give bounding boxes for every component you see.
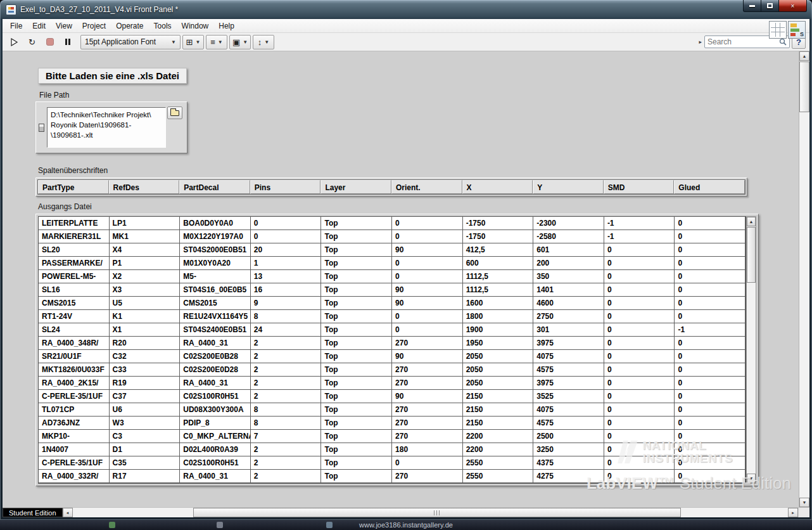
table-cell[interactable]: 2150 — [463, 403, 534, 417]
table-cell[interactable]: Top — [321, 350, 392, 363]
table-cell[interactable]: 90 — [392, 283, 463, 297]
table-cell[interactable]: RA_0400_332R/ — [39, 470, 110, 483]
table-cell[interactable]: 90 — [392, 243, 463, 257]
table-cell[interactable]: Top — [321, 323, 392, 337]
table-cell[interactable]: MKP10- — [39, 430, 110, 443]
scroll-right-button[interactable]: ▸ — [788, 508, 798, 517]
table-cell[interactable]: 4375 — [533, 456, 604, 470]
table-cell[interactable]: 4575 — [533, 363, 604, 377]
table-cell[interactable]: 270 — [392, 377, 463, 390]
table-cell[interactable]: MK1 — [110, 230, 181, 243]
title-bar[interactable]: Exel_to_DA3_27_10_2011_V4.vi Front Panel… — [0, 0, 812, 19]
table-cell[interactable]: 2 — [251, 470, 322, 483]
abort-button[interactable] — [42, 35, 58, 49]
table-cell[interactable]: 0 — [604, 390, 675, 403]
table-cell[interactable]: 270 — [392, 417, 463, 430]
menu-item-edit[interactable]: Edit — [27, 20, 51, 32]
table-cell[interactable]: RT1-24V — [39, 310, 110, 323]
table-cell[interactable]: 3525 — [533, 390, 604, 403]
table-cell[interactable]: 2550 — [463, 470, 534, 483]
table-cell[interactable]: 2050 — [463, 377, 534, 390]
table-cell[interactable]: M0X1220Y197A0 — [180, 230, 251, 243]
table-cell[interactable]: RE1U24VX1164Y5 — [180, 310, 251, 323]
table-cell[interactable]: 412,5 — [463, 243, 534, 257]
search-input[interactable] — [707, 37, 779, 46]
table-cell[interactable]: CMS2015 — [180, 297, 251, 310]
table-cell[interactable]: 0 — [675, 456, 745, 470]
table-cell[interactable]: RA_0400_31 — [180, 337, 251, 350]
table-cell[interactable]: Top — [321, 310, 392, 323]
column-header-cell[interactable]: Orient. — [391, 180, 462, 194]
table-cell[interactable]: Top — [321, 443, 392, 456]
table-cell[interactable]: 4600 — [533, 297, 604, 310]
table-cell[interactable]: 2500 — [533, 430, 604, 443]
table-cell[interactable]: 0 — [675, 390, 745, 403]
table-cell[interactable]: ST04S16_00E0B5 — [180, 283, 251, 297]
scroll-up-button[interactable]: ▲ — [799, 51, 809, 61]
maximize-button[interactable] — [761, 0, 778, 12]
table-cell[interactable]: 0 — [604, 430, 675, 443]
table-cell[interactable]: Top — [321, 430, 392, 443]
table-cell[interactable]: MKT1826/0U033F — [39, 363, 110, 377]
table-cell[interactable]: SR21/0U1F — [39, 350, 110, 363]
table-cell[interactable]: 0 — [675, 243, 745, 257]
column-header-cell[interactable]: Pins — [250, 180, 321, 194]
table-cell[interactable]: 1112,5 — [463, 283, 534, 297]
table-cell[interactable]: Top — [321, 377, 392, 390]
table-cell[interactable]: D02L400R0A39 — [180, 443, 251, 456]
horizontal-scrollbar-thumb[interactable] — [193, 508, 681, 517]
table-cell[interactable]: 2750 — [533, 310, 604, 323]
table-cell[interactable]: 0 — [675, 403, 745, 417]
search-history-arrow[interactable]: ▸ — [697, 39, 703, 45]
table-cell[interactable]: AD736JNZ — [39, 417, 110, 430]
vi-icon[interactable]: S — [788, 21, 806, 39]
table-cell[interactable]: C0_MKP_ALTERNA — [180, 430, 251, 443]
table-cell[interactable]: 0 — [392, 270, 463, 283]
table-cell[interactable]: 0 — [604, 470, 675, 483]
table-cell[interactable]: M01X0Y0A20 — [180, 257, 251, 270]
table-cell[interactable]: PASSERMARKE/ — [39, 257, 110, 270]
table-cell[interactable]: Top — [321, 217, 392, 230]
table-cell[interactable]: ST04S2400E0B51 — [180, 323, 251, 337]
table-cell[interactable]: 2550 — [463, 456, 534, 470]
table-cell[interactable]: C-PERLE-35/1UF — [39, 390, 110, 403]
table-cell[interactable]: K1 — [110, 310, 181, 323]
table-cell[interactable]: 2200 — [463, 443, 534, 456]
table-cell[interactable]: 4575 — [533, 417, 604, 430]
table-cell[interactable]: D1 — [110, 443, 181, 456]
table-cell[interactable]: 1112,5 — [463, 270, 534, 283]
scrollbar-track[interactable] — [747, 226, 756, 474]
table-cell[interactable]: 1401 — [533, 283, 604, 297]
table-cell[interactable]: 0 — [675, 270, 745, 283]
table-cell[interactable]: X2 — [110, 270, 181, 283]
table-cell[interactable]: 0 — [604, 377, 675, 390]
table-cell[interactable]: SL24 — [39, 323, 110, 337]
table-cell[interactable]: 4075 — [533, 350, 604, 363]
table-cell[interactable]: Top — [321, 297, 392, 310]
file-path-value[interactable]: D:\Techniker\Techniker Projekt\ Royonik … — [47, 107, 166, 148]
table-cell[interactable]: 0 — [604, 270, 675, 283]
table-cell[interactable]: 270 — [392, 403, 463, 417]
table-cell[interactable]: 90 — [392, 297, 463, 310]
menu-item-help[interactable]: Help — [213, 20, 239, 32]
font-selector[interactable]: 15pt Application Font ▼ — [80, 35, 181, 49]
table-cell[interactable]: 2 — [251, 456, 322, 470]
table-cell[interactable]: 8 — [251, 417, 322, 430]
table-cell[interactable]: 0 — [392, 257, 463, 270]
path-type-icon[interactable] — [39, 124, 44, 132]
table-cell[interactable]: BOA0D0Y0A0 — [180, 217, 251, 230]
table-scrollbar[interactable]: ▲ ▼ — [746, 216, 756, 484]
table-cell[interactable]: 200 — [533, 257, 604, 270]
run-continuously-button[interactable]: ↻ — [24, 35, 40, 49]
align-objects-dropdown[interactable]: ⊞▼ — [182, 35, 204, 49]
table-cell[interactable]: 2050 — [463, 350, 534, 363]
table-cell[interactable]: 0 — [392, 323, 463, 337]
table-cell[interactable]: C32 — [110, 350, 181, 363]
column-header-cell[interactable]: PartType — [38, 180, 109, 194]
table-cell[interactable]: 270 — [392, 337, 463, 350]
table-cell[interactable]: 0 — [604, 283, 675, 297]
table-cell[interactable]: 0 — [392, 230, 463, 243]
table-cell[interactable]: 270 — [392, 470, 463, 483]
table-cell[interactable]: 0 — [675, 417, 745, 430]
table-cell[interactable]: 0 — [675, 350, 745, 363]
